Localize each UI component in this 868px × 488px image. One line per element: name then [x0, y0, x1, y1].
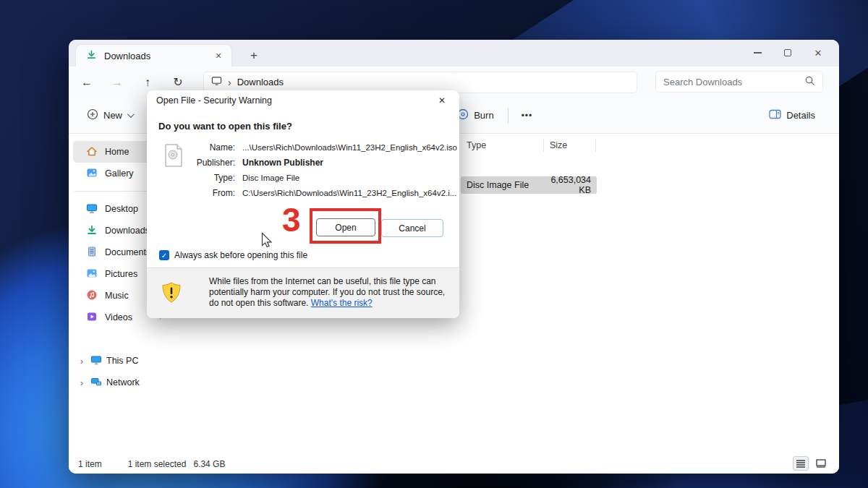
minimize-button[interactable] [742, 41, 773, 64]
documents-icon [86, 246, 98, 260]
file-row-selected[interactable]: Disc Image File 6,653,034 KB [461, 176, 597, 194]
burn-button-label: Burn [474, 110, 493, 121]
sidebar-item-label: Documents [105, 247, 150, 257]
dialog-title-bar: Open File - Security Warning ✕ [147, 90, 459, 111]
field-name: Name: ...\Users\Rich\Downloads\Win11_23H… [158, 140, 459, 155]
this-pc-icon [211, 75, 222, 89]
disc-image-file-icon [164, 144, 183, 169]
warning-shield-icon [161, 282, 182, 306]
network-icon [90, 376, 102, 390]
up-icon[interactable]: ↑ [135, 72, 160, 93]
field-label: Type: [158, 171, 235, 186]
home-icon [86, 145, 98, 159]
this-pc-icon [90, 354, 102, 368]
mouse-cursor [261, 232, 273, 252]
address-bar[interactable]: › Downloads [203, 72, 637, 93]
sidebar-item-label: Home [105, 147, 129, 157]
back-icon[interactable]: ← [75, 72, 99, 93]
field-value: Disc Image File [242, 171, 299, 186]
whats-the-risk-link[interactable]: What's the risk? [311, 298, 373, 308]
sidebar-item-label: Pictures [105, 269, 137, 279]
minimize-icon [754, 52, 762, 53]
sidebar-item-label: Desktop [105, 204, 138, 214]
tab-bar: Downloads ✕ + ✕ [69, 40, 839, 67]
selection-size: 6.34 GB [193, 459, 225, 469]
always-ask-checkbox-row: ✓ Always ask before opening this file [159, 250, 307, 260]
sidebar-item-label: Downloads [105, 226, 150, 236]
details-pane-icon [769, 108, 781, 122]
refresh-icon[interactable]: ↻ [166, 72, 190, 93]
see-more-icon[interactable]: ••• [516, 106, 539, 125]
sidebar-item-label: Network [106, 377, 140, 388]
plus-circle-icon [87, 108, 98, 122]
videos-icon [86, 311, 98, 325]
file-type-cell: Disc Image File [461, 180, 543, 190]
column-headers: Type Size [461, 139, 596, 152]
dialog-question: Do you want to open this file? [158, 121, 448, 132]
checkbox-label: Always ask before opening this file [174, 250, 307, 260]
desktop-icon [86, 202, 98, 216]
security-warning-dialog: Open File - Security Warning ✕ Do you wa… [147, 90, 459, 318]
search-placeholder: Search Downloads [663, 77, 804, 87]
new-tab-button[interactable]: + [244, 46, 263, 65]
sidebar-item-label: This PC [106, 356, 138, 366]
column-header-type[interactable]: Type [461, 139, 544, 152]
tab-downloads[interactable]: Downloads ✕ [76, 45, 231, 67]
field-value: C:\Users\Rich\Downloads\Win11_23H2_Engli… [242, 186, 456, 201]
expand-chevron-icon[interactable]: › [77, 356, 86, 367]
selection-count: 1 item selected [128, 459, 187, 469]
tab-close-icon[interactable]: ✕ [211, 48, 226, 63]
maximize-button[interactable] [773, 41, 803, 64]
field-publisher: Publisher: Unknown Publisher [158, 155, 459, 171]
sidebar-item-network[interactable]: › Network [73, 372, 171, 393]
view-toggles [793, 456, 829, 471]
search-input[interactable]: Search Downloads [655, 71, 823, 93]
column-header-size[interactable]: Size [544, 139, 596, 152]
details-button-label: Details [786, 110, 815, 121]
tab-label: Downloads [104, 51, 211, 61]
chevron-down-icon [127, 111, 135, 118]
dialog-warning-footer: While files from the Internet can be use… [147, 267, 459, 318]
dialog-title: Open File - Security Warning [156, 95, 434, 106]
dialog-close-icon[interactable]: ✕ [434, 95, 450, 106]
details-button[interactable]: Details [762, 104, 822, 127]
field-value: Unknown Publisher [242, 155, 323, 171]
close-icon: ✕ [814, 48, 822, 59]
pictures-icon [86, 267, 98, 281]
chevron-right-icon: › [228, 77, 231, 88]
sidebar-item-label: Videos [105, 312, 132, 322]
forward-icon[interactable]: → [105, 72, 129, 93]
large-icons-view-button[interactable] [813, 456, 829, 471]
field-type: Type: Disc Image File [158, 171, 459, 186]
details-view-icon [796, 459, 806, 468]
expand-chevron-icon[interactable]: › [77, 377, 86, 388]
new-button[interactable]: New [80, 104, 139, 127]
close-button[interactable]: ✕ [803, 41, 833, 64]
details-view-button[interactable] [793, 456, 809, 471]
music-icon [86, 289, 98, 303]
new-button-label: New [103, 110, 122, 121]
breadcrumb[interactable]: Downloads [237, 77, 284, 87]
gallery-icon [86, 167, 98, 181]
status-bar: 1 item 1 item selected 6.34 GB [69, 455, 839, 474]
warning-text: While files from the Internet can be use… [209, 276, 450, 309]
sidebar-item-label: Gallery [105, 168, 134, 179]
highlight-box-annotation [310, 208, 381, 244]
sidebar-item-label: Music [105, 291, 129, 301]
cancel-button[interactable]: Cancel [381, 219, 443, 237]
field-from: From: C:\Users\Rich\Downloads\Win11_23H2… [158, 186, 459, 201]
dialog-fields: Name: ...\Users\Rich\Downloads\Win11_23H… [158, 140, 459, 201]
large-icons-view-icon [816, 459, 826, 468]
item-count: 1 item [78, 459, 102, 469]
download-icon [86, 49, 97, 63]
field-value: ...\Users\Rich\Downloads\Win11_23H2_Engl… [242, 140, 457, 155]
step-number-annotation: 3 [282, 200, 301, 239]
search-icon [804, 75, 815, 89]
downloads-icon [86, 224, 98, 238]
maximize-icon [784, 49, 791, 56]
checkbox-checked-icon[interactable]: ✓ [159, 250, 169, 260]
sidebar-item-this-pc[interactable]: › This PC [73, 350, 171, 372]
field-label: From: [158, 186, 235, 201]
sidebar-gap [69, 328, 174, 350]
toolbar-divider [508, 108, 509, 124]
